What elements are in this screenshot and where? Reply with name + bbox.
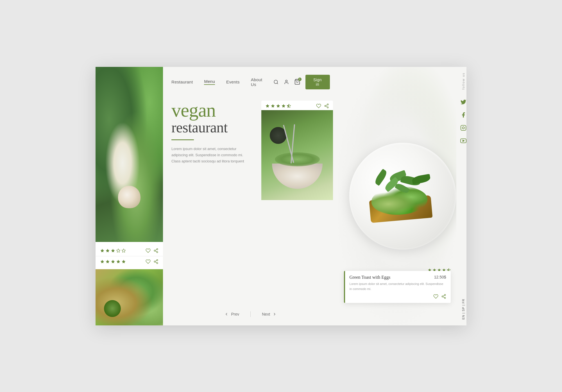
sign-in-button[interactable]: Sign in (305, 75, 330, 89)
svg-point-23 (444, 297, 446, 299)
toast-food (364, 167, 443, 223)
svg-point-10 (274, 80, 278, 83)
cart-icon-wrapper[interactable]: 0 (294, 79, 300, 85)
svg-point-5 (157, 259, 158, 261)
svg-line-8 (155, 262, 157, 263)
right-food-image: Green Toast with Eggs 12.50$ Lorem ipsum… (338, 67, 456, 325)
hero-underline (171, 139, 194, 140)
nav-events[interactable]: Events (226, 80, 240, 84)
nav-icons-group: 0 Sign in (273, 75, 330, 89)
pagination-divider (250, 311, 251, 317)
svg-line-4 (155, 249, 157, 250)
spinach-leaves (373, 173, 443, 217)
svg-point-15 (327, 104, 328, 105)
share-icon[interactable] (441, 294, 446, 299)
svg-line-11 (277, 83, 278, 84)
like-icon[interactable] (146, 259, 151, 264)
svg-line-18 (326, 106, 327, 107)
svg-point-2 (157, 251, 158, 253)
svg-point-21 (444, 294, 446, 296)
star-filled (281, 104, 286, 108)
card-rating-row-1 (100, 245, 158, 256)
hero-image-vegetables (96, 67, 163, 242)
featured-product-card: Green Toast with Eggs 12.50$ Lorem ipsum… (344, 271, 451, 303)
share-icon[interactable] (153, 248, 158, 253)
star-filled (100, 259, 105, 264)
star-filled (100, 248, 105, 253)
svg-rect-26 (461, 125, 466, 130)
like-icon[interactable] (146, 248, 151, 253)
social-sidebar: follow us EN | SP | FR (456, 67, 466, 325)
svg-line-9 (155, 260, 157, 261)
facebook-icon[interactable] (460, 112, 466, 118)
svg-line-24 (443, 297, 444, 298)
star-empty (121, 248, 126, 253)
svg-point-7 (157, 262, 158, 264)
share-icon[interactable] (324, 103, 329, 108)
product-name: Green Toast with Eggs (350, 275, 391, 280)
svg-point-0 (157, 248, 158, 250)
share-icon[interactable] (153, 259, 158, 264)
nav-restaurant[interactable]: Restaurant (171, 80, 193, 84)
product-card-content: Green Toast with Eggs 12.50$ Lorem ipsum… (345, 271, 451, 303)
svg-point-6 (154, 261, 155, 262)
twitter-icon[interactable] (460, 99, 466, 105)
svg-point-16 (325, 105, 326, 107)
star-filled (111, 259, 115, 264)
follow-us-label: follow us (462, 72, 465, 90)
card2-actions (316, 103, 329, 108)
nav-menu[interactable]: Menu (204, 79, 215, 85)
card-actions-1 (146, 248, 158, 253)
svg-point-12 (285, 80, 287, 82)
like-icon[interactable] (433, 294, 438, 299)
left-card-section (96, 242, 163, 269)
star-filled (271, 104, 275, 108)
star-filled (111, 248, 115, 253)
svg-line-25 (443, 295, 444, 296)
product-actions (350, 294, 446, 299)
star-filled (105, 259, 110, 264)
search-icon[interactable] (273, 79, 279, 85)
svg-marker-28 (463, 140, 464, 142)
product-card-header: Green Toast with Eggs 12.50$ (350, 275, 446, 280)
hero-image-salad-bottom (96, 269, 163, 325)
card-rating-row-2 (100, 256, 158, 267)
card-actions-2 (146, 259, 158, 264)
like-icon[interactable] (316, 103, 321, 108)
cart-badge: 0 (298, 78, 302, 81)
left-image-column (96, 67, 163, 325)
star-filled (265, 104, 270, 108)
instagram-icon[interactable] (460, 125, 466, 131)
svg-line-3 (155, 251, 157, 252)
svg-point-1 (154, 250, 155, 251)
youtube-icon[interactable] (460, 138, 466, 144)
pagination-nav: Prev Next (169, 311, 333, 317)
food-card-overlay (261, 101, 333, 200)
hero-description: Lorem ipsum dolor sit amet, consectetur … (171, 146, 250, 164)
user-icon[interactable] (284, 79, 289, 85)
star-filled (116, 259, 121, 264)
stars-1 (100, 248, 126, 253)
svg-line-19 (326, 105, 327, 105)
star-filled (105, 248, 110, 253)
card2-stars (265, 104, 291, 108)
nav-about-us[interactable]: About Us (251, 77, 262, 87)
page-wrapper: Restaurant Menu Events About Us 0 Sign i… (96, 67, 466, 325)
language-selector[interactable]: EN | SP | FR (462, 299, 465, 320)
stars-2 (100, 259, 126, 264)
product-description: Lorem ipsum dolor sit amet, consectetur … (350, 282, 446, 291)
svg-point-22 (442, 296, 443, 297)
star-empty (116, 248, 121, 253)
next-button[interactable]: Next (262, 312, 277, 316)
prev-button[interactable]: Prev (224, 312, 239, 316)
star-filled (276, 104, 280, 108)
star-filled (121, 259, 126, 264)
svg-point-17 (327, 107, 328, 108)
middle-column: Restaurant Menu Events About Us 0 Sign i… (163, 67, 338, 325)
navbar: Restaurant Menu Events About Us 0 Sign i… (163, 67, 338, 89)
star-half (287, 104, 291, 108)
product-price: 12.50$ (434, 275, 446, 279)
